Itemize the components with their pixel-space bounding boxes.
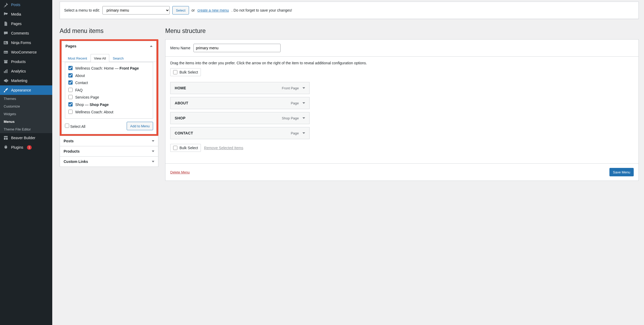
menu-item-row[interactable]: ABOUTPage: [170, 97, 310, 109]
sidebar-item-analytics[interactable]: Analytics: [0, 66, 52, 76]
sidebar-item-posts[interactable]: Posts: [0, 0, 52, 9]
sidebar-item-marketing[interactable]: Marketing: [0, 76, 52, 85]
svg-rect-12: [4, 138, 6, 140]
svg-rect-13: [6, 138, 8, 140]
select-all-checkbox[interactable]: [65, 124, 69, 128]
sidebar-item-comments[interactable]: Comments: [0, 28, 52, 38]
svg-rect-8: [4, 71, 5, 73]
page-checkbox[interactable]: [68, 66, 73, 70]
page-checkbox[interactable]: [68, 73, 73, 77]
submenu-customize[interactable]: Customize: [0, 103, 52, 110]
page-checkbox[interactable]: [68, 88, 73, 92]
menu-name-label: Menu Name: [170, 46, 190, 50]
svg-rect-9: [5, 70, 6, 73]
page-checkbox[interactable]: [68, 102, 73, 106]
sidebar-item-label: Marketing: [11, 79, 27, 83]
accordion-products-header[interactable]: Products: [60, 146, 158, 156]
form-icon: [3, 40, 8, 45]
sidebar-item-beaver-builder[interactable]: Beaver Builder: [0, 133, 52, 143]
pages-accordion-highlight: Pages Most Recent View All Search Wellne…: [60, 39, 158, 136]
chevron-down-icon[interactable]: [302, 102, 305, 104]
page-item-label: Wellness Coach: About: [75, 110, 150, 115]
menu-item-type: Shop Page: [282, 116, 299, 120]
delete-menu-link[interactable]: Delete Menu: [170, 170, 190, 174]
megaphone-icon: [3, 78, 8, 83]
chevron-down-icon[interactable]: [302, 132, 305, 134]
page-item-label: Contact: [75, 80, 150, 86]
bulk-select-checkbox[interactable]: [173, 70, 177, 74]
page-checkbox[interactable]: [68, 95, 73, 99]
menu-item-title: ABOUT: [175, 101, 188, 105]
appearance-submenu: Themes Customize Widgets Menus Theme Fil…: [0, 95, 52, 133]
sidebar-item-label: Pages: [11, 22, 22, 26]
sidebar-item-media[interactable]: Media: [0, 9, 52, 19]
menu-structure-panel: Menu Name Drag the items into the order …: [165, 39, 639, 181]
main-content: Select a menu to edit: primary menu Sele…: [52, 0, 644, 325]
bulk-select-checkbox[interactable]: [173, 146, 177, 150]
select-all-label: Select All: [70, 124, 86, 129]
create-new-menu-link[interactable]: create a new menu: [197, 8, 229, 12]
page-item-label: About: [75, 73, 150, 79]
page-checkbox[interactable]: [68, 110, 73, 114]
tab-search[interactable]: Search: [109, 54, 127, 62]
page-list-item[interactable]: About: [68, 72, 150, 80]
select-menu-prompt: Select a menu to edit:: [64, 8, 100, 12]
page-list-item[interactable]: Wellness Coach: About: [68, 109, 150, 116]
menu-item-type: Page: [291, 131, 299, 135]
menu-item-row[interactable]: HOMEFront Page: [170, 82, 310, 94]
menu-item-title: HOME: [175, 86, 186, 90]
tab-view-all[interactable]: View All: [91, 54, 109, 62]
menu-item-row[interactable]: SHOPShop Page: [170, 112, 310, 124]
sidebar-item-label: Ninja Forms: [11, 41, 31, 45]
tab-most-recent[interactable]: Most Recent: [64, 54, 91, 62]
chevron-down-icon: [152, 161, 154, 162]
select-menu-button[interactable]: Select: [172, 6, 189, 14]
page-list-item[interactable]: Shop — Shop Page: [68, 101, 150, 109]
menu-structure-heading: Menu structure: [165, 27, 639, 35]
accordion-pages-header[interactable]: Pages: [62, 41, 156, 51]
sidebar-item-woocommerce[interactable]: Woo WooCommerce: [0, 47, 52, 57]
menu-item-row[interactable]: CONTACTPage: [170, 127, 310, 139]
chevron-down-icon[interactable]: [302, 87, 305, 89]
page-list-item[interactable]: Wellness Coach: Home — Front Page: [68, 65, 150, 72]
archive-icon: [3, 59, 8, 64]
page-list-item[interactable]: Services Page: [68, 94, 150, 101]
reminder-text: . Do not forget to save your changes!: [231, 8, 292, 12]
accordion-posts-header[interactable]: Posts: [60, 136, 158, 146]
remove-selected-link[interactable]: Remove Selected Items: [204, 146, 243, 150]
sidebar-item-label: Analytics: [11, 69, 26, 73]
svg-rect-1: [4, 41, 8, 44]
save-menu-button[interactable]: Save Menu: [609, 168, 634, 176]
page-list-item[interactable]: FAQ: [68, 87, 150, 94]
accordion-custom-links-header[interactable]: Custom Links: [60, 157, 158, 167]
menu-item-title: CONTACT: [175, 131, 193, 135]
sidebar-item-ninja-forms[interactable]: Ninja Forms: [0, 38, 52, 47]
menu-item-title: SHOP: [175, 116, 186, 120]
chevron-up-icon: [150, 45, 153, 47]
chevron-down-icon[interactable]: [302, 117, 305, 119]
sidebar-item-plugins[interactable]: Plugins 1: [0, 143, 52, 152]
accordion-title: Products: [64, 149, 80, 153]
submenu-theme-file-editor[interactable]: Theme File Editor: [0, 125, 52, 133]
menu-name-input[interactable]: [193, 44, 281, 52]
pages-checklist: Wellness Coach: Home — Front PageAboutCo…: [65, 62, 153, 119]
submenu-menus[interactable]: Menus: [0, 118, 52, 125]
bulk-select-bottom: Bulk Select: [170, 144, 201, 152]
sidebar-item-appearance[interactable]: Appearance: [0, 85, 52, 95]
sidebar-item-label: WooCommerce: [11, 50, 37, 54]
submenu-widgets[interactable]: Widgets: [0, 110, 52, 118]
page-item-label: FAQ: [75, 88, 150, 93]
woo-icon: Woo: [3, 50, 8, 55]
bulk-select-label: Bulk Select: [179, 70, 198, 74]
sidebar-item-label: Appearance: [11, 88, 31, 92]
submenu-themes[interactable]: Themes: [0, 95, 52, 103]
sidebar-item-label: Beaver Builder: [11, 136, 35, 140]
pages-tabs: Most Recent View All Search: [62, 54, 156, 62]
page-list-item[interactable]: Contact: [68, 79, 150, 87]
page-item-label: Shop — Shop Page: [75, 102, 150, 108]
page-checkbox[interactable]: [68, 80, 73, 85]
menu-select-dropdown[interactable]: primary menu: [102, 6, 170, 14]
sidebar-item-products[interactable]: Products: [0, 57, 52, 66]
sidebar-item-pages[interactable]: Pages: [0, 19, 52, 28]
add-to-menu-button[interactable]: Add to Menu: [127, 122, 153, 130]
